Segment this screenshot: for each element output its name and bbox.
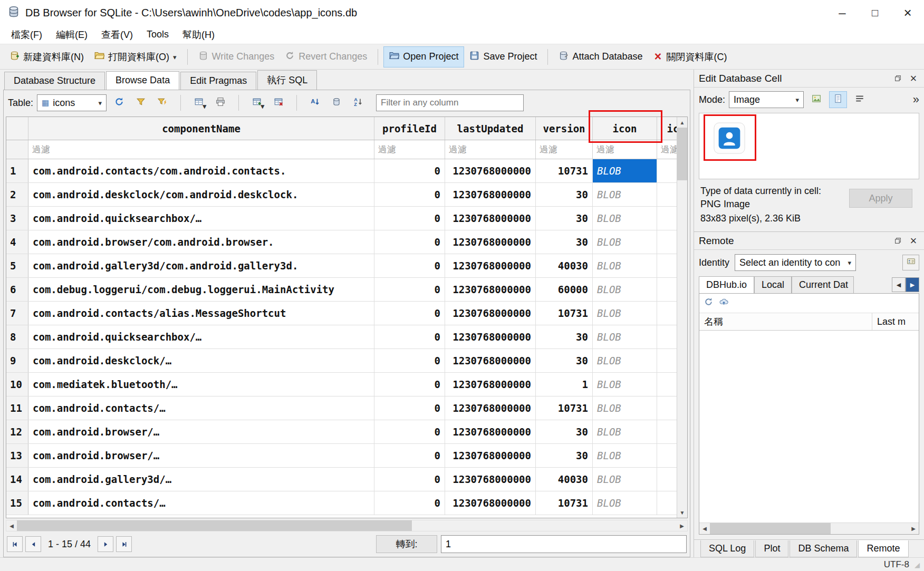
first-record-button[interactable]: [7, 536, 23, 552]
componentname-cell[interactable]: com.android.deskclock/…: [28, 349, 374, 372]
print-button[interactable]: [211, 94, 229, 111]
horizontal-scrollbar[interactable]: [6, 520, 688, 531]
filter-any-column-input[interactable]: [376, 94, 524, 111]
componentname-cell[interactable]: com.android.quicksearchbox/…: [28, 207, 374, 230]
remote-horizontal-scrollbar[interactable]: [699, 522, 919, 534]
profileid-cell[interactable]: 0: [374, 373, 445, 396]
lastupdated-cell[interactable]: 1230768000000: [445, 278, 536, 301]
icon-blob-cell[interactable]: BLOB: [593, 230, 657, 254]
clipped-cell[interactable]: [657, 349, 677, 372]
table-row[interactable]: 2 com.android.deskclock/com.android.desk…: [6, 183, 677, 207]
lastupdated-cell[interactable]: 1230768000000: [445, 396, 536, 420]
clipped-cell[interactable]: [657, 468, 677, 491]
revert-changes-button[interactable]: Revert Changes: [280, 47, 372, 67]
attach-database-button[interactable]: Attach Database: [553, 47, 648, 67]
profileid-cell[interactable]: 0: [374, 230, 445, 254]
profileid-cell[interactable]: 0: [374, 468, 445, 491]
table-row[interactable]: 10 com.mediatek.bluetooth/… 0 1230768000…: [6, 373, 677, 396]
sort-az-button[interactable]: AZ: [349, 94, 367, 111]
open-project-button[interactable]: Open Project: [383, 46, 464, 67]
remote-file-list[interactable]: [699, 331, 919, 522]
version-cell[interactable]: 10731: [536, 491, 593, 515]
clipped-cell[interactable]: [657, 396, 677, 420]
clipped-cell[interactable]: [657, 183, 677, 206]
close-panel-icon[interactable]: [908, 235, 919, 247]
version-cell[interactable]: 40030: [536, 254, 593, 277]
profileid-cell[interactable]: 0: [374, 396, 445, 420]
table-row[interactable]: 4 com.android.browser/com.android.browse…: [6, 230, 677, 254]
profileid-cell[interactable]: 0: [374, 159, 445, 182]
table-row[interactable]: 6 com.debug.loggerui/com.debug.loggerui.…: [6, 278, 677, 302]
componentname-cell[interactable]: com.android.deskclock/com.android.deskcl…: [28, 183, 374, 206]
clipped-cell[interactable]: [657, 159, 677, 182]
clipped-cell[interactable]: [657, 230, 677, 254]
clipped-cell[interactable]: [657, 207, 677, 230]
profileid-cell[interactable]: 0: [374, 254, 445, 277]
scroll-right-icon[interactable]: [677, 520, 687, 531]
version-cell[interactable]: 30: [536, 230, 593, 254]
row-number-cell[interactable]: 15: [6, 491, 28, 515]
clipped-cell[interactable]: [657, 278, 677, 301]
row-number-cell[interactable]: 5: [6, 254, 28, 277]
row-number-cell[interactable]: 6: [6, 278, 28, 301]
componentname-cell[interactable]: com.android.contacts/…: [28, 396, 374, 420]
horizontal-scroll-thumb[interactable]: [17, 520, 412, 531]
open-database-dropdown-icon[interactable]: [173, 51, 177, 62]
goto-button[interactable]: 轉到:: [376, 535, 437, 553]
version-cell[interactable]: 40030: [536, 468, 593, 491]
insert-record-dropdown-icon[interactable]: [261, 103, 265, 110]
componentname-cell[interactable]: com.android.gallery3d/com.android.galler…: [28, 254, 374, 277]
version-cell[interactable]: 30: [536, 349, 593, 372]
table-row[interactable]: 15 com.android.contacts/… 0 123076800000…: [6, 491, 677, 515]
remote-scroll-thumb[interactable]: [710, 523, 831, 534]
clear-filters-button[interactable]: [132, 94, 150, 111]
close-button[interactable]: [891, 0, 924, 25]
remote-column-name[interactable]: 名稱: [699, 313, 872, 330]
table-row[interactable]: 7 com.android.contacts/alias.MessageShor…: [6, 302, 677, 325]
row-number-cell[interactable]: 11: [6, 396, 28, 420]
table-row[interactable]: 8 com.android.quicksearchbox/… 0 1230768…: [6, 325, 677, 349]
column-header-version[interactable]: version: [536, 117, 593, 140]
goto-record-input[interactable]: [441, 535, 687, 553]
delete-record-button[interactable]: [270, 94, 287, 111]
icon-blob-cell[interactable]: BLOB: [593, 468, 657, 491]
column-header-icon[interactable]: icon: [593, 117, 657, 140]
table-row[interactable]: 14 com.android.gallery3d/… 0 12307680000…: [6, 468, 677, 491]
lastupdated-cell[interactable]: 1230768000000: [445, 349, 536, 372]
tab-current-database[interactable]: Current Dat: [792, 276, 854, 293]
profileid-cell[interactable]: 0: [374, 207, 445, 230]
profileid-cell[interactable]: 0: [374, 183, 445, 206]
table-row[interactable]: 5 com.android.gallery3d/com.android.gall…: [6, 254, 677, 278]
row-number-cell[interactable]: 1: [6, 159, 28, 182]
version-cell[interactable]: 30: [536, 183, 593, 206]
tab-dbhub[interactable]: DBHub.io: [699, 276, 754, 293]
column-header-componentname[interactable]: componentName: [28, 117, 374, 140]
tab-browse-data[interactable]: Browse Data: [106, 71, 179, 90]
lastupdated-cell[interactable]: 1230768000000: [445, 491, 536, 515]
write-changes-button[interactable]: Write Changes: [193, 47, 280, 67]
icon-blob-cell[interactable]: BLOB: [593, 278, 657, 301]
row-number-cell[interactable]: 4: [6, 230, 28, 254]
clipped-cell[interactable]: [657, 444, 677, 467]
menu-view[interactable]: 查看(V): [94, 26, 140, 43]
menu-file[interactable]: 檔案(F): [4, 26, 49, 43]
clipped-cell[interactable]: [657, 420, 677, 443]
previous-record-button[interactable]: [25, 536, 41, 552]
componentname-cell[interactable]: com.android.contacts/…: [28, 491, 374, 515]
tab-local[interactable]: Local: [754, 276, 792, 293]
icon-blob-cell[interactable]: BLOB: [593, 420, 657, 443]
scroll-left-icon[interactable]: [6, 520, 17, 531]
icon-blob-cell[interactable]: BLOB: [593, 325, 657, 349]
dock-tab-remote[interactable]: Remote: [858, 540, 908, 557]
lastupdated-cell[interactable]: 1230768000000: [445, 183, 536, 206]
profileid-cell[interactable]: 0: [374, 325, 445, 349]
menu-help[interactable]: 幫助(H): [176, 26, 222, 43]
lastupdated-cell[interactable]: 1230768000000: [445, 325, 536, 349]
new-database-button[interactable]: 新建資料庫(N): [4, 47, 89, 67]
scroll-up-icon[interactable]: [677, 117, 687, 128]
filter-input-clipped[interactable]: 過濾: [657, 140, 677, 159]
filter-input-componentname[interactable]: 過濾: [28, 140, 374, 159]
profileid-cell[interactable]: 0: [374, 491, 445, 515]
remote-refresh-icon[interactable]: [704, 297, 713, 309]
new-record-dropdown-icon[interactable]: [203, 103, 207, 110]
